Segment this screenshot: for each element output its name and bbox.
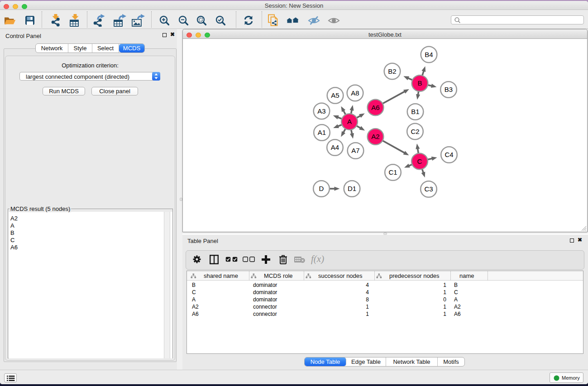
svg-text:C4: C4 xyxy=(445,151,453,158)
svg-text:A3: A3 xyxy=(317,107,325,115)
svg-text:B1: B1 xyxy=(411,108,419,115)
svg-text:B: B xyxy=(417,79,422,87)
svg-text:A: A xyxy=(347,118,352,125)
svg-text:D1: D1 xyxy=(348,185,356,192)
svg-text:C3: C3 xyxy=(424,185,433,193)
svg-text:C: C xyxy=(417,157,422,165)
svg-text:B3: B3 xyxy=(445,86,453,93)
svg-text:A5: A5 xyxy=(331,91,339,99)
svg-text:C1: C1 xyxy=(388,168,397,176)
svg-text:A6: A6 xyxy=(371,104,379,111)
svg-text:A4: A4 xyxy=(331,143,339,151)
svg-text:A8: A8 xyxy=(351,89,359,97)
svg-text:D: D xyxy=(319,185,324,192)
svg-text:C2: C2 xyxy=(411,128,419,135)
svg-text:A7: A7 xyxy=(351,147,359,154)
svg-text:A2: A2 xyxy=(371,133,379,140)
svg-text:B2: B2 xyxy=(388,67,396,75)
svg-text:A1: A1 xyxy=(318,129,326,136)
svg-text:B4: B4 xyxy=(425,51,433,58)
